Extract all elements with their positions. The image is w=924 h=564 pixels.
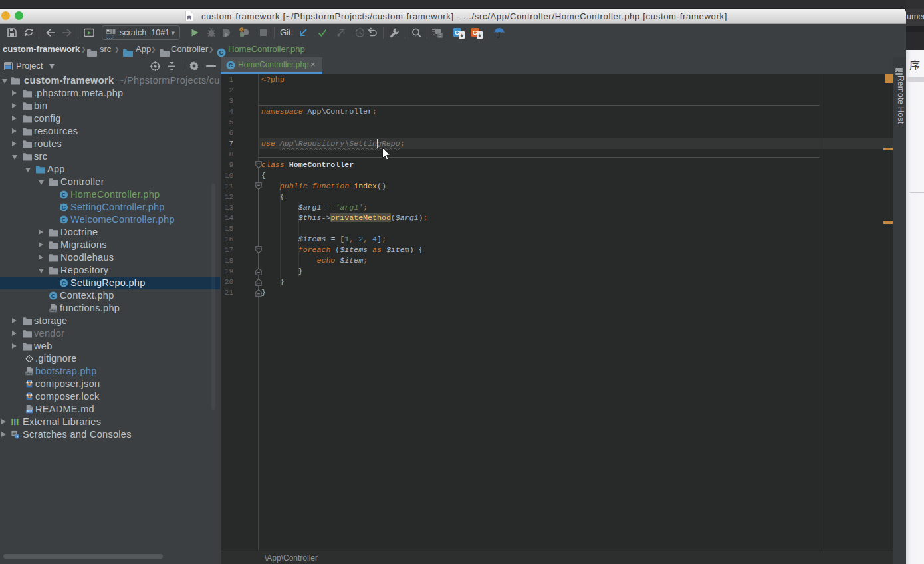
svg-text:php: php — [26, 372, 32, 375]
svg-text:C: C — [62, 192, 66, 198]
svg-text:C: C — [62, 204, 66, 211]
svg-text:MD: MD — [27, 410, 32, 413]
svg-text:★: ★ — [459, 33, 464, 39]
svg-text:php: php — [50, 309, 56, 312]
svg-text:C: C — [51, 293, 56, 299]
svg-text:★: ★ — [477, 33, 482, 39]
svg-text:C: C — [219, 49, 224, 56]
svg-text:C: C — [62, 280, 66, 287]
svg-text:C: C — [229, 61, 233, 69]
svg-text:C: C — [62, 217, 66, 223]
